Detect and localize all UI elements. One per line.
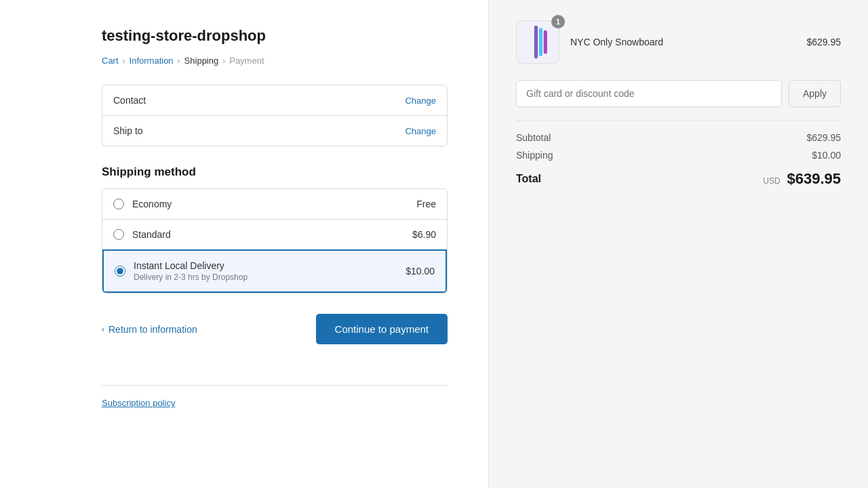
standard-name: Standard	[132, 229, 412, 240]
discount-code-input[interactable]	[516, 80, 782, 107]
totals-section: Subtotal $629.95 Shipping $10.00 Total U…	[516, 121, 841, 188]
instant-name: Instant Local Delivery	[134, 260, 406, 271]
breadcrumb-sep-3: ›	[222, 56, 225, 66]
standard-price: $6.90	[412, 229, 436, 240]
shipping-radio-instant[interactable]	[115, 266, 125, 277]
continue-to-payment-button[interactable]: Continue to payment	[316, 314, 448, 344]
shipping-label: Shipping	[516, 150, 553, 161]
total-currency: USD	[763, 176, 780, 186]
breadcrumb-cart[interactable]: Cart	[102, 56, 119, 66]
shipping-option-instant[interactable]: Instant Local Delivery Delivery in 2-3 h…	[102, 249, 447, 293]
shipping-row: Shipping $10.00	[516, 150, 841, 161]
product-item: 1 NYC Only Snowboard $629.95	[516, 20, 841, 64]
breadcrumb-shipping: Shipping	[184, 56, 219, 66]
total-label: Total	[516, 173, 541, 185]
contact-label: Contact	[113, 95, 146, 106]
economy-info: Economy	[132, 199, 416, 209]
total-amount: USD $639.95	[763, 170, 841, 188]
product-image	[516, 20, 559, 64]
return-to-information-link[interactable]: ‹ Return to information	[102, 324, 197, 335]
economy-price: Free	[416, 199, 436, 209]
product-quantity-badge: 1	[551, 15, 565, 28]
svg-rect-2	[544, 30, 547, 54]
product-price: $629.95	[806, 37, 841, 47]
total-row: Total USD $639.95	[516, 167, 841, 188]
contact-row: Contact Change	[102, 85, 447, 115]
subscription-policy-link[interactable]: Subscription policy	[102, 398, 175, 408]
ship-to-row: Ship to Change	[102, 115, 447, 146]
ship-to-change-link[interactable]: Change	[405, 126, 436, 136]
shipping-option-economy[interactable]: Economy Free	[102, 189, 447, 219]
breadcrumb-sep-1: ›	[123, 56, 125, 66]
contact-info-box: Contact Change Ship to Change	[102, 85, 448, 146]
product-image-svg	[524, 24, 551, 60]
breadcrumb-information[interactable]: Information	[130, 56, 174, 66]
instant-price: $10.00	[406, 266, 435, 277]
svg-rect-1	[539, 28, 542, 56]
shipping-radio-economy[interactable]	[113, 199, 124, 209]
subtotal-label: Subtotal	[516, 132, 551, 143]
breadcrumb-sep-2: ›	[178, 56, 180, 66]
subtotal-row: Subtotal $629.95	[516, 132, 841, 143]
right-panel: 1 NYC Only Snowboard $629.95 Apply Subto…	[488, 0, 868, 488]
shipping-method-title: Shipping method	[102, 165, 448, 179]
economy-name: Economy	[132, 199, 416, 209]
left-panel: testing-store-dropshop Cart › Informatio…	[0, 0, 488, 488]
shipping-options: Economy Free Standard $6.90 Instant Loca…	[102, 188, 448, 293]
svg-rect-0	[534, 26, 538, 59]
store-title: testing-store-dropshop	[102, 27, 448, 45]
subtotal-value: $629.95	[806, 132, 841, 143]
return-label: Return to information	[108, 324, 197, 335]
discount-row: Apply	[516, 80, 841, 107]
chevron-left-icon: ‹	[102, 325, 104, 334]
product-name: NYC Only Snowboard	[570, 37, 795, 47]
product-image-wrapper: 1	[516, 20, 559, 64]
actions-row: ‹ Return to information Continue to paym…	[102, 314, 448, 344]
breadcrumb: Cart › Information › Shipping › Payment	[102, 56, 448, 66]
breadcrumb-payment: Payment	[229, 56, 264, 66]
total-value: $639.95	[787, 170, 841, 187]
contact-change-link[interactable]: Change	[405, 96, 436, 106]
instant-desc: Delivery in 2-3 hrs by Dropshop	[134, 272, 406, 282]
shipping-radio-standard[interactable]	[113, 229, 124, 240]
instant-info: Instant Local Delivery Delivery in 2-3 h…	[134, 260, 406, 282]
shipping-option-standard[interactable]: Standard $6.90	[102, 219, 447, 249]
apply-discount-button[interactable]: Apply	[789, 80, 841, 107]
shipping-value: $10.00	[812, 150, 841, 161]
ship-to-label: Ship to	[113, 125, 143, 136]
standard-info: Standard	[132, 229, 412, 240]
